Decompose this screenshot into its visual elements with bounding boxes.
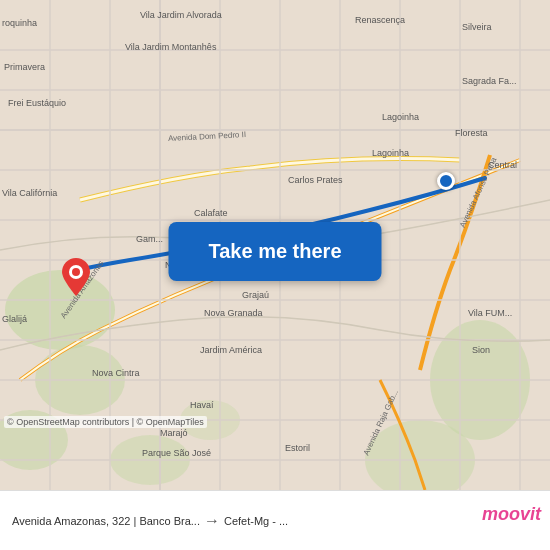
origin-text: Avenida Amazonas, 322 | Banco Bra... — [12, 515, 200, 527]
neighborhood-label: Primavera — [4, 62, 45, 72]
neighborhood-label: Jardim América — [200, 345, 262, 355]
destination-marker — [62, 258, 90, 292]
bottom-bar: Avenida Amazonas, 322 | Banco Bra... → C… — [0, 490, 550, 550]
neighborhood-label: Grajaú — [242, 290, 269, 300]
route-arrow: → — [204, 512, 220, 530]
neighborhood-label: Nova Cintra — [92, 368, 140, 378]
svg-point-1 — [5, 270, 115, 350]
neighborhood-label: roquinha — [2, 18, 37, 28]
take-me-there-button[interactable]: Take me there — [168, 222, 381, 281]
map-attribution: © OpenStreetMap contributors | © OpenMap… — [4, 416, 207, 428]
neighborhood-label: Sagrada Fa... — [462, 76, 517, 86]
neighborhood-label: Estoril — [285, 443, 310, 453]
neighborhood-label: Renascença — [355, 15, 405, 25]
neighborhood-label: Frei Eustáquio — [8, 98, 66, 108]
neighborhood-label: Lagoinha — [372, 148, 409, 158]
moovit-text: moovit — [482, 504, 541, 524]
map-container: roquinha Vila Jardim Alvorada Vila Jardi… — [0, 0, 550, 490]
svg-point-29 — [72, 268, 80, 276]
neighborhood-label: Sion — [472, 345, 490, 355]
route-info: Avenida Amazonas, 322 | Banco Bra... → C… — [12, 512, 538, 530]
neighborhood-label: Floresta — [455, 128, 488, 138]
neighborhood-label: Vila Jardim Montanhês — [125, 42, 216, 52]
neighborhood-label: Gam... — [136, 234, 163, 244]
neighborhood-label: Havaí — [190, 400, 214, 410]
neighborhood-label: Marajó — [160, 428, 188, 438]
neighborhood-label: Lagoinha — [382, 112, 419, 122]
destination-text: Cefet-Mg - ... — [224, 515, 288, 527]
neighborhood-label: Vila FUM... — [468, 308, 512, 318]
neighborhood-label: Vila Jardim Alvorada — [140, 10, 222, 20]
neighborhood-label: Silveira — [462, 22, 492, 32]
neighborhood-label: Carlos Prates — [288, 175, 343, 185]
neighborhood-label: Glalijá — [2, 314, 27, 324]
neighborhood-label: Vila Califórnia — [2, 188, 57, 198]
neighborhood-label: Nova Granada — [204, 308, 263, 318]
origin-marker — [437, 172, 455, 190]
neighborhood-label: Parque São José — [142, 448, 211, 458]
neighborhood-label: Calafate — [194, 208, 228, 218]
moovit-logo: moovit — [482, 504, 542, 536]
